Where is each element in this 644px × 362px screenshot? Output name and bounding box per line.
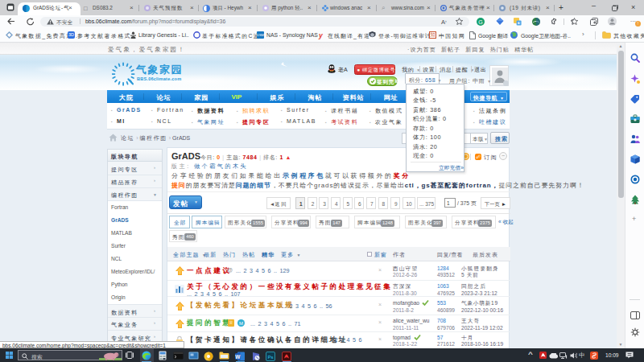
svg-text:M: M — [239, 321, 243, 326]
svg-text:W: W — [235, 353, 241, 359]
svg-text:!: ! — [638, 21, 638, 26]
svg-text:Ps: Ps — [267, 354, 273, 359]
svg-text:G: G — [478, 19, 482, 24]
